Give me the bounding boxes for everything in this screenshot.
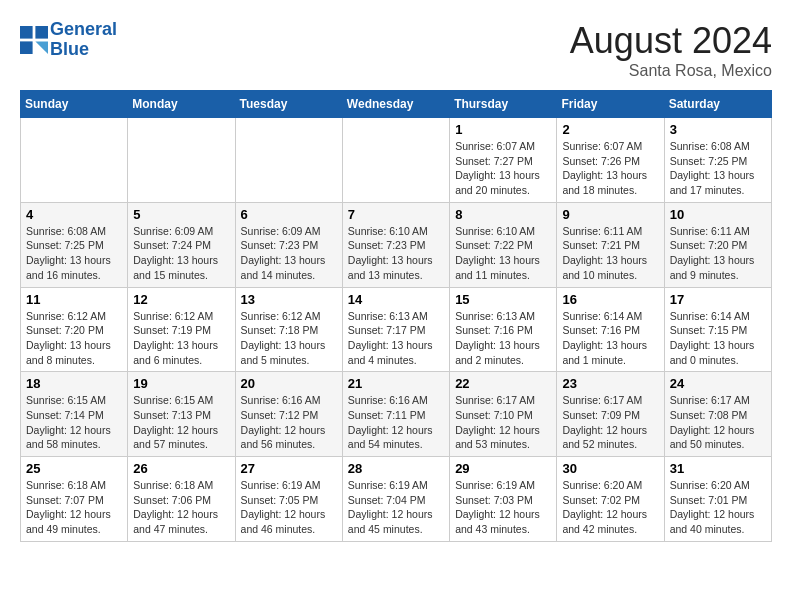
svg-rect-0 (20, 26, 33, 39)
day-number: 12 (133, 292, 229, 307)
day-info: Sunrise: 6:14 AM Sunset: 7:16 PM Dayligh… (562, 309, 658, 368)
calendar-week-row: 1Sunrise: 6:07 AM Sunset: 7:27 PM Daylig… (21, 118, 772, 203)
day-info: Sunrise: 6:20 AM Sunset: 7:01 PM Dayligh… (670, 478, 766, 537)
day-number: 6 (241, 207, 337, 222)
calendar-week-row: 18Sunrise: 6:15 AM Sunset: 7:14 PM Dayli… (21, 372, 772, 457)
day-info: Sunrise: 6:16 AM Sunset: 7:11 PM Dayligh… (348, 393, 444, 452)
day-number: 11 (26, 292, 122, 307)
day-info: Sunrise: 6:19 AM Sunset: 7:05 PM Dayligh… (241, 478, 337, 537)
logo-icon (20, 26, 48, 54)
logo-line2: Blue (50, 39, 89, 59)
day-number: 31 (670, 461, 766, 476)
svg-marker-3 (35, 41, 48, 54)
calendar-cell: 15Sunrise: 6:13 AM Sunset: 7:16 PM Dayli… (450, 287, 557, 372)
calendar-body: 1Sunrise: 6:07 AM Sunset: 7:27 PM Daylig… (21, 118, 772, 542)
day-info: Sunrise: 6:09 AM Sunset: 7:23 PM Dayligh… (241, 224, 337, 283)
day-number: 13 (241, 292, 337, 307)
day-number: 22 (455, 376, 551, 391)
main-title: August 2024 (570, 20, 772, 62)
day-number: 21 (348, 376, 444, 391)
calendar-cell: 7Sunrise: 6:10 AM Sunset: 7:23 PM Daylig… (342, 202, 449, 287)
calendar-cell: 16Sunrise: 6:14 AM Sunset: 7:16 PM Dayli… (557, 287, 664, 372)
calendar-cell: 3Sunrise: 6:08 AM Sunset: 7:25 PM Daylig… (664, 118, 771, 203)
day-info: Sunrise: 6:17 AM Sunset: 7:09 PM Dayligh… (562, 393, 658, 452)
calendar-cell: 4Sunrise: 6:08 AM Sunset: 7:25 PM Daylig… (21, 202, 128, 287)
day-number: 3 (670, 122, 766, 137)
day-number: 1 (455, 122, 551, 137)
calendar-cell (235, 118, 342, 203)
logo-line1: General (50, 19, 117, 39)
day-info: Sunrise: 6:17 AM Sunset: 7:10 PM Dayligh… (455, 393, 551, 452)
day-number: 2 (562, 122, 658, 137)
day-info: Sunrise: 6:07 AM Sunset: 7:26 PM Dayligh… (562, 139, 658, 198)
calendar-cell: 29Sunrise: 6:19 AM Sunset: 7:03 PM Dayli… (450, 457, 557, 542)
day-info: Sunrise: 6:10 AM Sunset: 7:22 PM Dayligh… (455, 224, 551, 283)
calendar-cell: 28Sunrise: 6:19 AM Sunset: 7:04 PM Dayli… (342, 457, 449, 542)
day-number: 20 (241, 376, 337, 391)
calendar-cell: 2Sunrise: 6:07 AM Sunset: 7:26 PM Daylig… (557, 118, 664, 203)
calendar-cell: 12Sunrise: 6:12 AM Sunset: 7:19 PM Dayli… (128, 287, 235, 372)
day-number: 30 (562, 461, 658, 476)
calendar-day-header: Wednesday (342, 91, 449, 118)
day-info: Sunrise: 6:18 AM Sunset: 7:06 PM Dayligh… (133, 478, 229, 537)
calendar-week-row: 25Sunrise: 6:18 AM Sunset: 7:07 PM Dayli… (21, 457, 772, 542)
day-info: Sunrise: 6:12 AM Sunset: 7:19 PM Dayligh… (133, 309, 229, 368)
day-number: 23 (562, 376, 658, 391)
day-number: 7 (348, 207, 444, 222)
calendar-cell: 9Sunrise: 6:11 AM Sunset: 7:21 PM Daylig… (557, 202, 664, 287)
calendar-day-header: Monday (128, 91, 235, 118)
day-number: 28 (348, 461, 444, 476)
calendar-cell: 17Sunrise: 6:14 AM Sunset: 7:15 PM Dayli… (664, 287, 771, 372)
day-info: Sunrise: 6:19 AM Sunset: 7:04 PM Dayligh… (348, 478, 444, 537)
calendar-cell: 1Sunrise: 6:07 AM Sunset: 7:27 PM Daylig… (450, 118, 557, 203)
calendar-cell: 27Sunrise: 6:19 AM Sunset: 7:05 PM Dayli… (235, 457, 342, 542)
day-info: Sunrise: 6:15 AM Sunset: 7:14 PM Dayligh… (26, 393, 122, 452)
calendar-cell: 23Sunrise: 6:17 AM Sunset: 7:09 PM Dayli… (557, 372, 664, 457)
calendar-cell: 26Sunrise: 6:18 AM Sunset: 7:06 PM Dayli… (128, 457, 235, 542)
day-info: Sunrise: 6:14 AM Sunset: 7:15 PM Dayligh… (670, 309, 766, 368)
day-number: 29 (455, 461, 551, 476)
calendar-cell: 13Sunrise: 6:12 AM Sunset: 7:18 PM Dayli… (235, 287, 342, 372)
day-number: 14 (348, 292, 444, 307)
calendar-cell: 6Sunrise: 6:09 AM Sunset: 7:23 PM Daylig… (235, 202, 342, 287)
day-info: Sunrise: 6:19 AM Sunset: 7:03 PM Dayligh… (455, 478, 551, 537)
day-number: 16 (562, 292, 658, 307)
calendar-cell: 20Sunrise: 6:16 AM Sunset: 7:12 PM Dayli… (235, 372, 342, 457)
day-number: 27 (241, 461, 337, 476)
day-info: Sunrise: 6:11 AM Sunset: 7:20 PM Dayligh… (670, 224, 766, 283)
page-header: General Blue August 2024 Santa Rosa, Mex… (20, 20, 772, 80)
day-info: Sunrise: 6:13 AM Sunset: 7:17 PM Dayligh… (348, 309, 444, 368)
day-info: Sunrise: 6:13 AM Sunset: 7:16 PM Dayligh… (455, 309, 551, 368)
calendar-cell: 22Sunrise: 6:17 AM Sunset: 7:10 PM Dayli… (450, 372, 557, 457)
logo: General Blue (20, 20, 117, 60)
day-info: Sunrise: 6:16 AM Sunset: 7:12 PM Dayligh… (241, 393, 337, 452)
day-info: Sunrise: 6:15 AM Sunset: 7:13 PM Dayligh… (133, 393, 229, 452)
day-number: 5 (133, 207, 229, 222)
day-number: 8 (455, 207, 551, 222)
calendar-day-header: Tuesday (235, 91, 342, 118)
calendar-cell: 10Sunrise: 6:11 AM Sunset: 7:20 PM Dayli… (664, 202, 771, 287)
calendar-cell: 24Sunrise: 6:17 AM Sunset: 7:08 PM Dayli… (664, 372, 771, 457)
calendar-week-row: 4Sunrise: 6:08 AM Sunset: 7:25 PM Daylig… (21, 202, 772, 287)
calendar-cell: 5Sunrise: 6:09 AM Sunset: 7:24 PM Daylig… (128, 202, 235, 287)
day-info: Sunrise: 6:07 AM Sunset: 7:27 PM Dayligh… (455, 139, 551, 198)
day-number: 19 (133, 376, 229, 391)
day-info: Sunrise: 6:12 AM Sunset: 7:20 PM Dayligh… (26, 309, 122, 368)
calendar-table: SundayMondayTuesdayWednesdayThursdayFrid… (20, 90, 772, 542)
calendar-cell: 25Sunrise: 6:18 AM Sunset: 7:07 PM Dayli… (21, 457, 128, 542)
calendar-day-header: Friday (557, 91, 664, 118)
title-block: August 2024 Santa Rosa, Mexico (570, 20, 772, 80)
day-number: 26 (133, 461, 229, 476)
day-number: 9 (562, 207, 658, 222)
calendar-cell (21, 118, 128, 203)
calendar-day-header: Sunday (21, 91, 128, 118)
day-number: 17 (670, 292, 766, 307)
subtitle: Santa Rosa, Mexico (570, 62, 772, 80)
day-number: 10 (670, 207, 766, 222)
day-info: Sunrise: 6:12 AM Sunset: 7:18 PM Dayligh… (241, 309, 337, 368)
day-number: 18 (26, 376, 122, 391)
calendar-cell: 8Sunrise: 6:10 AM Sunset: 7:22 PM Daylig… (450, 202, 557, 287)
day-info: Sunrise: 6:17 AM Sunset: 7:08 PM Dayligh… (670, 393, 766, 452)
calendar-cell: 19Sunrise: 6:15 AM Sunset: 7:13 PM Dayli… (128, 372, 235, 457)
calendar-cell: 11Sunrise: 6:12 AM Sunset: 7:20 PM Dayli… (21, 287, 128, 372)
